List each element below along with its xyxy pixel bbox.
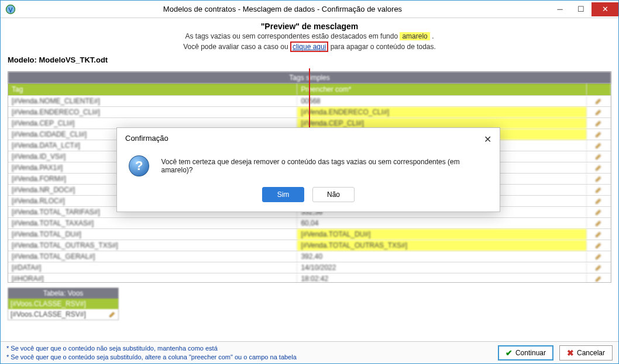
voos-row-2: [#Voos.CLASSE_RSV#] (8, 309, 118, 320)
cell-value: 60,04 (297, 218, 586, 228)
table-row[interactable]: [#Venda.TOTAL_GERAL#]392,40 (8, 251, 611, 262)
edit-icon[interactable] (587, 140, 611, 151)
edit-icon[interactable] (587, 118, 611, 129)
main-window: Modelos de contratos - Mesclagem de dado… (0, 0, 619, 364)
cell-tag: [#HORA#] (8, 273, 297, 282)
maximize-button[interactable]: ☐ (570, 2, 592, 16)
minimize-button[interactable]: ─ (549, 2, 570, 16)
voos-row-1: [#Voos.CLASSE_RSV#] (8, 299, 118, 309)
cell-tag: [#Venda.TOTAL_OUTRAS_TXS#] (8, 240, 297, 251)
voos-edit-icon[interactable] (106, 309, 118, 320)
cell-value: 14/10/2022 (297, 262, 586, 273)
edit-icon[interactable] (587, 107, 611, 117)
cell-value: [#Venda.TOTAL_DU#] (297, 229, 586, 240)
cell-value: [#Venda.TOTAL_OUTRAS_TXS#] (297, 240, 586, 251)
continue-label: Continuar (515, 349, 546, 357)
question-icon: ? (129, 155, 149, 176)
edit-icon[interactable] (587, 185, 611, 195)
highlight-yellow: amarelo (400, 32, 429, 40)
edit-icon[interactable] (587, 162, 611, 173)
edit-icon[interactable] (587, 262, 611, 273)
close-button[interactable]: ✕ (592, 2, 618, 16)
preview-subtitle-2: Você pode avaliar caso a caso ou clique … (8, 41, 611, 52)
click-here-link[interactable]: clique aqui (293, 43, 326, 51)
click-here-box: clique aqui (290, 41, 328, 52)
col-preencher: Preencher com* (297, 84, 586, 95)
footer-note-2: * Se você quer que o conteúdo seja subst… (6, 353, 498, 361)
sub1-before: As tags vazias ou sem correspondentes es… (185, 32, 400, 40)
app-icon (5, 4, 16, 15)
cancel-button[interactable]: ✖ Cancelar (559, 345, 613, 360)
voos-table: Tabela: Voos [#Voos.CLASSE_RSV#] [#Voos.… (8, 287, 119, 320)
model-label: Modelo: ModeloVS_TKT.odt (8, 56, 611, 64)
col-tag: Tag (8, 84, 297, 95)
cell-tag: [#Venda.TOTAL_GERAL#] (8, 251, 297, 262)
cell-tag: [#DATA#] (8, 262, 297, 273)
edit-icon[interactable] (587, 273, 611, 282)
modal-no-button[interactable]: Não (312, 187, 355, 202)
modal-yes-button[interactable]: Sim (262, 187, 304, 202)
cell-value: 392,40 (297, 251, 586, 262)
footer-buttons: ✔ Continuar ✖ Cancelar (498, 345, 613, 360)
edit-icon[interactable] (587, 229, 611, 240)
edit-icon[interactable] (587, 174, 611, 184)
cell-value: [#Venda.ENDERECO_CLI#] (297, 107, 586, 117)
titlebar: Modelos de contratos - Mesclagem de dado… (1, 1, 618, 18)
footer-note-1: * Se você quer que o conteúdo não seja s… (6, 344, 498, 352)
cancel-icon: ✖ (567, 348, 574, 358)
preview-subtitle-1: As tags vazias ou sem correspondentes es… (8, 32, 611, 40)
check-icon: ✔ (505, 348, 513, 358)
cell-value: 18:02:42 (297, 273, 586, 282)
table-row[interactable]: [#DATA#]14/10/2022 (8, 262, 611, 273)
cell-value: 00568 (297, 96, 586, 106)
modal-body: ? Você tem certeza que deseja remover o … (117, 145, 500, 187)
footer-bar: * Se você quer que o conteúdo não seja s… (1, 341, 618, 363)
sub1-after: . (432, 32, 434, 40)
edit-icon[interactable] (587, 129, 611, 140)
modal-close-button[interactable]: ✕ (484, 134, 491, 145)
cancel-label: Cancelar (577, 349, 605, 357)
edit-icon[interactable] (587, 218, 611, 228)
edit-icon[interactable] (587, 96, 611, 106)
table-row[interactable]: [#Venda.TOTAL_DU#][#Venda.TOTAL_DU#] (8, 228, 611, 240)
modal-titlebar: Confirmação ✕ (117, 128, 500, 145)
edit-icon[interactable] (587, 251, 611, 262)
cell-tag: [#Venda.ENDERECO_CLI#] (8, 107, 297, 117)
modal-actions: Sim Não (117, 187, 500, 212)
window-title: Modelos de contratos - Mesclagem de dado… (16, 5, 549, 13)
voos-cell: [#Voos.CLASSE_RSV#] (8, 309, 106, 320)
footer-notes: * Se você quer que o conteúdo não seja s… (6, 344, 498, 361)
edit-icon[interactable] (587, 207, 611, 217)
edit-icon[interactable] (587, 151, 611, 162)
window-controls: ─ ☐ ✕ (549, 2, 618, 16)
edit-icon[interactable] (587, 240, 611, 251)
col-edit (587, 84, 611, 95)
modal-message: Você tem certeza que deseja remover o co… (161, 158, 488, 174)
preview-title: "Preview" de mesclagem (8, 22, 611, 31)
cell-tag: [#Venda.TOTAL_TAXAS#] (8, 218, 297, 228)
cell-tag: [#Venda.NOME_CLIENTE#] (8, 96, 297, 106)
voos-header: Tabela: Voos (8, 288, 118, 299)
continue-button[interactable]: ✔ Continuar (498, 345, 553, 360)
edit-icon[interactable] (587, 196, 611, 206)
table-row[interactable]: [#Venda.TOTAL_TAXAS#]60,04 (8, 217, 611, 228)
sub2-before: Você pode avaliar caso a caso ou (183, 43, 290, 51)
table-row[interactable]: [#HORA#]18:02:42 (8, 273, 611, 282)
modal-title-text: Confirmação (125, 134, 168, 145)
table-row[interactable]: [#Venda.TOTAL_OUTRAS_TXS#][#Venda.TOTAL_… (8, 240, 611, 251)
sub2-after: para apagar o conteúdo de todas. (331, 43, 436, 51)
confirm-modal: Confirmação ✕ ? Você tem certeza que des… (116, 127, 500, 212)
cell-tag: [#Venda.TOTAL_DU#] (8, 229, 297, 240)
